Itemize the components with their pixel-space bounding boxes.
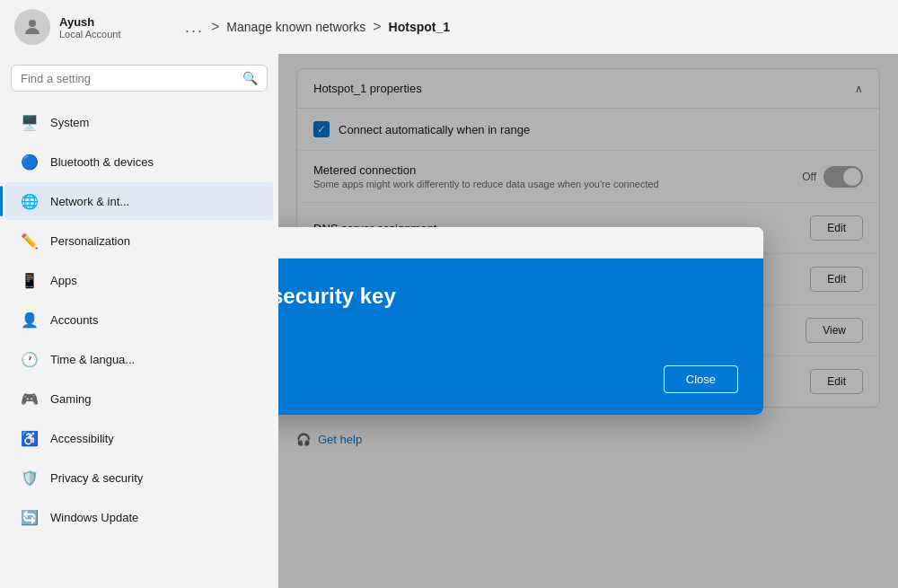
sidebar-item-privacy[interactable]: 🛡️ Privacy & security (5, 459, 273, 496)
dialog-title: Hotspot_1 security key (278, 284, 738, 309)
main-layout: 🔍 🖥️ System 🔵 Bluetooth & devices 🌐 Netw… (0, 54, 898, 588)
user-profile: Ayush Local Account (14, 9, 158, 45)
sidebar-label-update: Windows Update (50, 511, 138, 524)
sidebar-item-personalization[interactable]: ✏️ Personalization (5, 222, 273, 259)
sidebar-label-personalization: Personalization (50, 234, 130, 248)
breadcrumb-manage-networks[interactable]: Manage known networks (226, 20, 365, 34)
breadcrumb-current: Hotspot_1 (389, 20, 450, 34)
sidebar-item-update[interactable]: 🔄 Windows Update (5, 498, 273, 536)
sidebar-label-system: System (50, 116, 89, 129)
sidebar-item-gaming[interactable]: 🎮 Gaming (5, 380, 273, 417)
apps-icon: 📱 (20, 270, 40, 290)
personalization-icon: ✏️ (20, 231, 40, 250)
sidebar-item-apps[interactable]: 📱 Apps (5, 261, 273, 299)
sidebar-item-network[interactable]: 🌐 Network & int... (5, 182, 273, 220)
system-icon: 🖥️ (20, 112, 40, 132)
accessibility-icon: ♿ (20, 428, 40, 448)
sidebar-label-time: Time & langua... (50, 353, 135, 366)
dialog-overlay: Hotspot_1 security key Hotspot_1 securit… (278, 54, 898, 588)
security-key-dialog: Hotspot_1 security key Hotspot_1 securit… (278, 227, 763, 415)
user-info: Ayush Local Account (59, 15, 121, 39)
sidebar-label-bluetooth: Bluetooth & devices (50, 155, 154, 169)
update-icon: 🔄 (20, 507, 40, 527)
dialog-actions: Close (278, 365, 738, 393)
breadcrumb-dots: ... (185, 18, 204, 37)
sidebar-item-bluetooth[interactable]: 🔵 Bluetooth & devices (5, 143, 273, 180)
user-account-type: Local Account (59, 29, 121, 39)
bluetooth-icon: 🔵 (20, 152, 40, 171)
sidebar: 🔍 🖥️ System 🔵 Bluetooth & devices 🌐 Netw… (0, 54, 278, 588)
sidebar-label-accessibility: Accessibility (50, 432, 114, 445)
network-icon: 🌐 (20, 191, 40, 211)
dialog-close-button[interactable]: Close (664, 365, 738, 393)
user-name: Ayush (59, 15, 121, 29)
breadcrumb-sep-2: > (373, 19, 381, 35)
search-icon: 🔍 (242, 71, 258, 85)
sidebar-label-accounts: Accounts (50, 313, 98, 327)
sidebar-label-gaming: Gaming (50, 392, 92, 406)
content-area: Hotspot_1 properties ∧ ✓ Connect automat… (278, 54, 898, 588)
breadcrumb-sep-1: > (211, 19, 219, 35)
dialog-titlebar: Hotspot_1 security key (278, 227, 763, 259)
dialog-password: password1 (278, 316, 738, 329)
search-container: 🔍 (0, 61, 278, 102)
sidebar-item-accessibility[interactable]: ♿ Accessibility (5, 419, 273, 457)
sidebar-item-time[interactable]: 🕐 Time & langua... (5, 340, 273, 378)
search-box: 🔍 (11, 65, 268, 92)
privacy-icon: 🛡️ (20, 468, 40, 487)
time-icon: 🕐 (20, 349, 40, 369)
gaming-icon: 🎮 (20, 389, 40, 408)
sidebar-label-apps: Apps (50, 274, 77, 287)
svg-point-0 (29, 20, 36, 27)
dialog-content: Hotspot_1 security key password1 Close (278, 259, 763, 415)
sidebar-item-accounts[interactable]: 👤 Accounts (5, 301, 273, 338)
sidebar-item-system[interactable]: 🖥️ System (5, 103, 273, 141)
search-input[interactable] (21, 72, 235, 85)
sidebar-label-privacy: Privacy & security (50, 471, 143, 485)
avatar (14, 9, 50, 45)
breadcrumb: ... > Manage known networks > Hotspot_1 (158, 18, 884, 37)
sidebar-label-network: Network & int... (50, 195, 129, 208)
top-bar: Ayush Local Account ... > Manage known n… (0, 0, 898, 54)
accounts-icon: 👤 (20, 310, 40, 329)
